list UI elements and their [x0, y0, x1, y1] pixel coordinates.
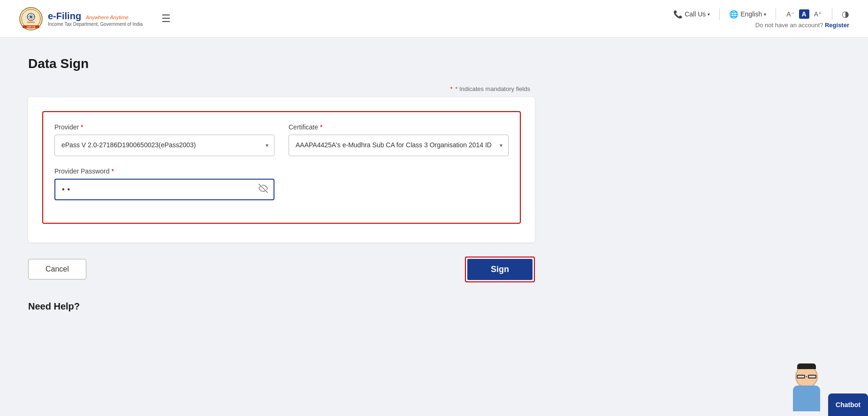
provider-certificate-row: Provider * ePass V 2.0-27186D1900650023(… — [54, 123, 509, 156]
efiling-logo-title: e-Filing Anywhere Anytime — [48, 11, 143, 22]
provider-group: Provider * ePass V 2.0-27186D1900650023(… — [54, 123, 274, 156]
provider-select[interactable]: ePass V 2.0-27186D1900650023(ePass2003) — [55, 135, 274, 156]
sign-button-wrapper: Sign — [465, 257, 535, 282]
cancel-button[interactable]: Cancel — [28, 259, 86, 280]
main-content: Data Sign * * Indicates mandatory fields… — [0, 38, 563, 331]
form-card: Provider * ePass V 2.0-27186D1900650023(… — [28, 97, 535, 242]
logo-subtitle: Income Tax Department, Government of Ind… — [48, 22, 143, 27]
logo-area: सत्यमेव जयते e-Filing Anywhere Anytime I… — [19, 7, 143, 31]
password-input-wrapper — [54, 179, 274, 200]
password-label: Provider Password * — [54, 167, 274, 175]
buttons-row: Cancel Sign — [28, 257, 535, 282]
header-nav: 📞 Call Us ▾ 🌐 English ▾ A⁻ A A⁺ — [673, 8, 849, 20]
chatbot-button[interactable]: Chatbot — [828, 393, 868, 416]
header: सत्यमेव जयते e-Filing Anywhere Anytime I… — [0, 0, 868, 38]
chatbot-avatar — [791, 364, 828, 416]
contrast-button[interactable]: ◑ — [842, 9, 849, 19]
provider-label: Provider * — [54, 123, 274, 131]
toggle-password-icon[interactable] — [259, 183, 268, 195]
certificate-select[interactable]: AAAPA4425A's e-Mudhra Sub CA for Class 3… — [289, 135, 508, 156]
certificate-select-wrapper: AAAPA4425A's e-Mudhra Sub CA for Class 3… — [289, 135, 509, 156]
password-input[interactable] — [55, 180, 274, 199]
logo-text: e-Filing Anywhere Anytime Income Tax Dep… — [48, 11, 143, 27]
password-group: Provider Password * — [54, 167, 274, 200]
font-controls: A⁻ A A⁺ — [785, 9, 822, 19]
phone-icon: 📞 — [673, 10, 683, 19]
register-link[interactable]: Register — [825, 22, 849, 29]
register-row: Do not have an account? Register — [755, 22, 849, 29]
hamburger-menu-button[interactable]: ☰ — [161, 13, 171, 25]
certificate-group: Certificate * AAAPA4425A's e-Mudhra Sub … — [289, 123, 509, 156]
font-increase-button[interactable]: A⁺ — [813, 9, 822, 19]
page-title: Data Sign — [28, 56, 535, 71]
need-help-title: Need Help? — [28, 301, 535, 312]
mandatory-note: * * Indicates mandatory fields — [28, 85, 535, 92]
call-chevron-icon: ▾ — [708, 12, 710, 17]
government-emblem-icon: सत्यमेव जयते — [19, 7, 43, 31]
svg-text:सत्यमेव जयते: सत्यमेव जयते — [26, 26, 36, 28]
form-inner-border: Provider * ePass V 2.0-27186D1900650023(… — [42, 111, 521, 224]
header-right-top: 📞 Call Us ▾ 🌐 English ▾ A⁻ A A⁺ — [673, 8, 849, 29]
certificate-label: Certificate * — [289, 123, 509, 131]
provider-select-wrapper: ePass V 2.0-27186D1900650023(ePass2003) … — [54, 135, 274, 156]
font-decrease-button[interactable]: A⁻ — [785, 9, 795, 19]
nav-divider-3 — [832, 8, 832, 20]
svg-rect-8 — [27, 22, 35, 23]
font-default-button[interactable]: A — [799, 9, 809, 19]
call-us-button[interactable]: 📞 Call Us ▾ — [673, 10, 710, 19]
password-row: Provider Password * — [54, 167, 509, 200]
lang-chevron-icon: ▾ — [764, 12, 766, 17]
chatbot-widget: Chatbot — [791, 364, 868, 416]
language-selector[interactable]: 🌐 English ▾ — [729, 10, 766, 19]
sign-button[interactable]: Sign — [467, 259, 533, 280]
globe-icon: 🌐 — [729, 10, 739, 19]
header-left: सत्यमेव जयते e-Filing Anywhere Anytime I… — [19, 7, 171, 31]
nav-divider-1 — [719, 8, 720, 20]
header-right: 📞 Call Us ▾ 🌐 English ▾ A⁻ A A⁺ — [673, 8, 849, 29]
nav-divider-2 — [776, 8, 776, 20]
